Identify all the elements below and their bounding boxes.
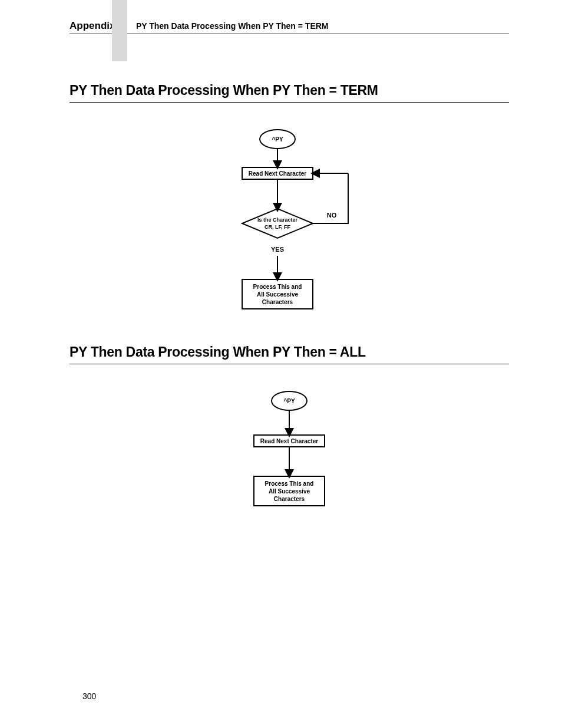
section-title-term: PY Then Data Processing When PY Then = T…: [70, 83, 509, 103]
flow-process-l3: Characters: [262, 299, 293, 305]
flowchart-term: ^PY Read Next Character Is the Character…: [201, 126, 378, 327]
flow2-process-l2: All Successive: [269, 488, 310, 495]
header-tab: [112, 0, 127, 61]
flow-read: Read Next Character: [249, 170, 306, 177]
page-header: Appendix I PY Then Data Processing When …: [70, 20, 509, 34]
svg-marker-5: [242, 209, 313, 238]
flow-no: NO: [327, 212, 337, 219]
flow-start: ^PY: [272, 136, 283, 143]
page-number: 300: [82, 691, 96, 701]
flow-yes: YES: [271, 246, 284, 253]
header-subtitle: PY Then Data Processing When PY Then = T…: [136, 21, 329, 31]
flow2-process-l1: Process This and: [265, 480, 314, 487]
flow-decision-l1: Is the Character: [257, 217, 298, 223]
flow-process-l1: Process This and: [253, 284, 302, 290]
flow-process-l2: All Successive: [257, 291, 298, 298]
page: Appendix I PY Then Data Processing When …: [0, 0, 562, 728]
flow-decision-l2: CR, LF, FF: [265, 224, 290, 230]
section-title-all: PY Then Data Processing When PY Then = A…: [70, 344, 509, 364]
flow2-process-l3: Characters: [274, 496, 305, 502]
flow2-start: ^PY: [283, 398, 295, 404]
flowchart-all: ^PY Read Next Character Process This and…: [224, 388, 354, 529]
flow2-read: Read Next Character: [260, 438, 318, 444]
